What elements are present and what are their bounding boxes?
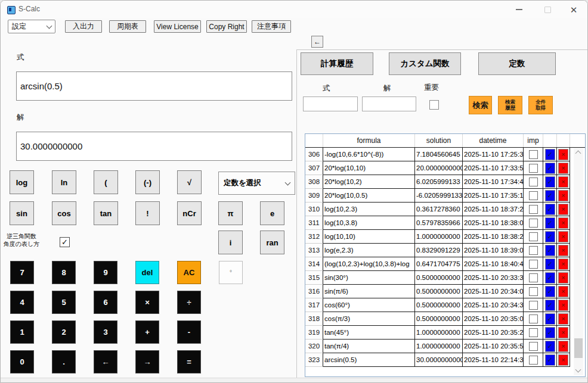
- row-check-button[interactable]: ✓: [545, 272, 555, 284]
- row-check-button[interactable]: ✓: [545, 327, 555, 338]
- search-history-button[interactable]: 検索 履歴: [498, 96, 522, 114]
- log-button[interactable]: log: [10, 170, 34, 194]
- row-number[interactable]: 312: [305, 230, 323, 244]
- header-imp[interactable]: imp: [524, 134, 543, 147]
- row-imp-checkbox[interactable]: [529, 315, 538, 323]
- row-imp-checkbox[interactable]: [529, 219, 538, 228]
- view-license-button[interactable]: View License: [154, 20, 201, 33]
- row-delete-button[interactable]: ×: [558, 272, 568, 284]
- key-7[interactable]: 7: [10, 261, 34, 284]
- all-clear-key[interactable]: AC: [177, 261, 201, 284]
- get-all-button[interactable]: 全件 取得: [528, 96, 553, 114]
- row-number[interactable]: 314: [305, 257, 323, 271]
- copy-right-button[interactable]: Copy Right: [206, 20, 247, 33]
- calc-history-tab-button[interactable]: 計算履歴: [301, 52, 373, 75]
- row-delete-button[interactable]: ×: [558, 176, 568, 188]
- inverse-trig-checkbox[interactable]: ✓: [60, 237, 70, 247]
- key-2[interactable]: 2: [52, 320, 76, 344]
- open-paren-button[interactable]: (: [94, 170, 118, 194]
- row-check-button[interactable]: ✓: [545, 354, 555, 366]
- row-number[interactable]: 308: [305, 175, 323, 189]
- ran-button[interactable]: ran: [260, 231, 284, 254]
- row-check-button[interactable]: ✓: [545, 300, 555, 311]
- row-check-button[interactable]: ✓: [545, 176, 555, 188]
- row-delete-button[interactable]: ×: [558, 313, 568, 325]
- row-imp-checkbox[interactable]: [529, 260, 538, 269]
- notes-button[interactable]: 注意事項: [252, 20, 291, 33]
- row-number[interactable]: 320: [305, 340, 323, 353]
- row-number[interactable]: 318: [305, 312, 323, 326]
- row-imp-checkbox[interactable]: [529, 301, 538, 310]
- row-imp-checkbox[interactable]: [529, 150, 538, 159]
- row-delete-button[interactable]: ×: [558, 217, 568, 229]
- row-delete-button[interactable]: ×: [558, 245, 568, 256]
- row-number[interactable]: 323: [305, 353, 323, 367]
- close-button[interactable]: ✕: [565, 4, 583, 15]
- scroll-down-icon[interactable]: [575, 367, 581, 373]
- scroll-up-icon[interactable]: [575, 151, 581, 157]
- key-3[interactable]: 3: [94, 320, 117, 344]
- row-imp-checkbox[interactable]: [529, 356, 538, 365]
- multiply-key[interactable]: ×: [135, 291, 159, 314]
- row-check-button[interactable]: ✓: [545, 231, 555, 242]
- negate-button[interactable]: (-): [135, 170, 160, 194]
- row-imp-checkbox[interactable]: [529, 232, 538, 241]
- search-important-checkbox[interactable]: [429, 100, 439, 110]
- row-number[interactable]: 313: [305, 244, 323, 257]
- collapse-panel-button[interactable]: ←: [311, 36, 323, 48]
- key-8[interactable]: 8: [52, 261, 76, 284]
- row-check-button[interactable]: ✓: [545, 149, 555, 160]
- settings-dropdown[interactable]: 設定: [8, 20, 55, 33]
- row-number[interactable]: 307: [305, 161, 323, 175]
- row-check-button[interactable]: ✓: [545, 286, 555, 297]
- row-delete-button[interactable]: ×: [558, 163, 568, 174]
- minus-key[interactable]: -: [177, 320, 201, 344]
- row-check-button[interactable]: ✓: [545, 313, 555, 325]
- ncr-button[interactable]: nCr: [177, 201, 202, 225]
- key-4[interactable]: 4: [10, 291, 34, 314]
- row-check-button[interactable]: ✓: [545, 217, 555, 229]
- key-1[interactable]: 1: [10, 320, 34, 344]
- row-delete-button[interactable]: ×: [558, 354, 568, 366]
- row-imp-checkbox[interactable]: [529, 328, 538, 337]
- key-5[interactable]: 5: [52, 291, 76, 314]
- row-check-button[interactable]: ✓: [545, 204, 555, 215]
- cursor-right-key[interactable]: →: [135, 350, 159, 373]
- equals-key[interactable]: =: [177, 350, 201, 373]
- e-button[interactable]: e: [260, 201, 284, 225]
- constant-select-dropdown[interactable]: 定数を選択: [218, 172, 295, 195]
- cursor-left-key[interactable]: ←: [94, 350, 117, 373]
- tan-button[interactable]: tan: [94, 201, 118, 225]
- sin-button[interactable]: sin: [10, 201, 34, 225]
- row-imp-checkbox[interactable]: [529, 246, 538, 255]
- key-9[interactable]: 9: [94, 261, 117, 284]
- row-delete-button[interactable]: ×: [558, 341, 568, 352]
- solution-input[interactable]: 30.0000000000: [16, 132, 292, 161]
- io-button[interactable]: 入出力: [65, 20, 102, 33]
- row-delete-button[interactable]: ×: [558, 286, 568, 297]
- row-delete-button[interactable]: ×: [558, 231, 568, 242]
- search-formula-input[interactable]: [303, 96, 358, 111]
- key-0[interactable]: 0: [10, 350, 34, 373]
- row-delete-button[interactable]: ×: [558, 149, 568, 160]
- row-number[interactable]: 316: [305, 285, 323, 298]
- cos-button[interactable]: cos: [52, 201, 76, 225]
- degree-key[interactable]: °: [219, 261, 243, 284]
- row-number[interactable]: 306: [305, 148, 323, 161]
- plus-key[interactable]: +: [135, 320, 159, 344]
- divide-key[interactable]: ÷: [177, 291, 201, 314]
- i-button[interactable]: i: [218, 231, 243, 254]
- row-imp-checkbox[interactable]: [529, 205, 538, 214]
- search-solution-input[interactable]: [362, 96, 416, 111]
- row-check-button[interactable]: ✓: [545, 259, 555, 270]
- pi-button[interactable]: π: [218, 201, 243, 225]
- row-number[interactable]: 315: [305, 271, 323, 285]
- key-6[interactable]: 6: [94, 291, 117, 314]
- row-delete-button[interactable]: ×: [558, 327, 568, 338]
- row-imp-checkbox[interactable]: [529, 342, 538, 351]
- header-solution[interactable]: solution: [415, 134, 463, 147]
- row-delete-button[interactable]: ×: [558, 259, 568, 270]
- row-imp-checkbox[interactable]: [529, 287, 538, 296]
- row-delete-button[interactable]: ×: [558, 204, 568, 215]
- row-check-button[interactable]: ✓: [545, 163, 555, 174]
